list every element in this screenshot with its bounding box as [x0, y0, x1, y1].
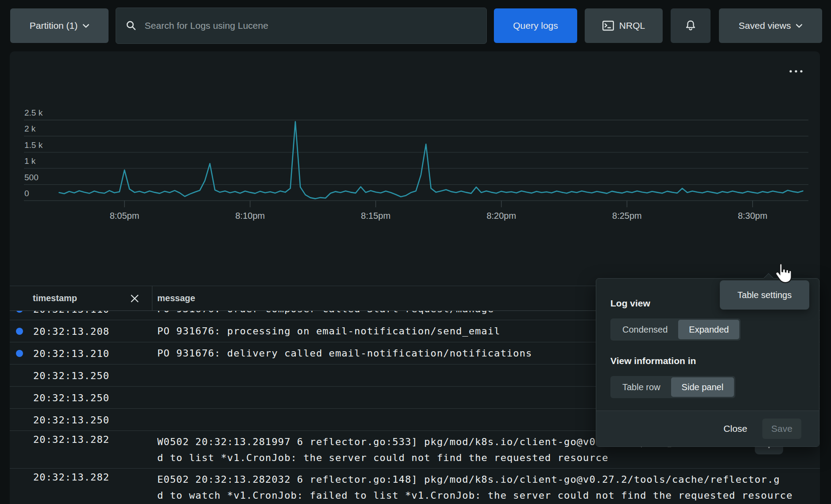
svg-text:2 k: 2 k	[24, 124, 36, 133]
chevron-down-icon	[796, 24, 802, 28]
row-timestamp: 20:32:13.250	[23, 415, 152, 426]
notifications-button[interactable]	[671, 8, 711, 43]
row-message: PO 931676: order composer called Start r…	[152, 311, 494, 317]
severity-dot-icon	[16, 311, 23, 313]
top-query-bar: Partition (1) Query logs NRQL Saved view…	[0, 0, 831, 51]
bell-icon	[684, 19, 697, 32]
chevron-down-icon	[83, 24, 89, 28]
row-message: PO 931676: processing on email-notificat…	[152, 323, 501, 339]
search-icon	[126, 20, 137, 31]
svg-text:8:10pm: 8:10pm	[235, 211, 265, 221]
svg-text:1 k: 1 k	[24, 156, 36, 166]
saved-views-dropdown[interactable]: Saved views	[719, 8, 822, 43]
row-timestamp: 20:32:13.250	[23, 392, 152, 403]
svg-text:8:15pm: 8:15pm	[361, 211, 391, 221]
close-button[interactable]: Close	[723, 423, 747, 434]
svg-text:8:05pm: 8:05pm	[110, 211, 140, 221]
table-row[interactable]: 20:32:13.282E0502 20:32:13.282032 6 refl…	[10, 469, 820, 504]
segment-option-side-panel[interactable]: Side panel	[671, 377, 734, 397]
close-icon	[131, 295, 139, 302]
table-settings-tooltip: Table settings	[720, 280, 809, 310]
row-severity-cell	[10, 328, 23, 335]
message-header-label: message	[157, 293, 195, 303]
tooltip-label: Table settings	[738, 290, 792, 300]
segment-option-expanded[interactable]: Expanded	[678, 320, 739, 339]
row-timestamp: 20:32:13.210	[23, 348, 152, 359]
logs-page: Partition (1) Query logs NRQL Saved view…	[0, 0, 831, 504]
row-message: E0502 20:32:13.282032 6 reflector.go:148…	[152, 472, 793, 504]
severity-dot-icon	[16, 328, 23, 335]
search-input[interactable]	[145, 20, 477, 31]
log-volume-chart[interactable]: 05001 k1.5 k2 k2.5 k8:05pm8:10pm8:15pm8:…	[10, 51, 820, 235]
remove-column-button[interactable]	[131, 295, 139, 302]
svg-text:8:30pm: 8:30pm	[738, 211, 768, 221]
chart-line-series	[59, 122, 803, 199]
row-timestamp: 20:32:13.208	[23, 326, 152, 337]
nrql-button[interactable]: NRQL	[585, 8, 663, 43]
column-header-message[interactable]: message	[152, 293, 195, 303]
svg-text:500: 500	[24, 173, 39, 182]
partition-label: Partition (1)	[30, 20, 78, 31]
timestamp-header-label: timestamp	[33, 293, 77, 303]
nrql-label: NRQL	[619, 20, 645, 31]
column-header-timestamp[interactable]: timestamp	[10, 286, 152, 310]
query-logs-label: Query logs	[513, 20, 558, 31]
segment-option-condensed[interactable]: Condensed	[612, 320, 678, 339]
row-severity-cell	[10, 350, 23, 357]
popover-footer: Close Save	[596, 411, 819, 446]
log-view-segmented-control: CondensedExpanded	[610, 318, 741, 341]
view-information-segmented-control: Table rowSide panel	[610, 376, 735, 398]
view-information-heading: View information in	[610, 356, 696, 366]
svg-text:8:20pm: 8:20pm	[486, 211, 516, 221]
svg-text:8:25pm: 8:25pm	[612, 211, 642, 221]
row-message: PO 931676: delivery called email-notific…	[152, 345, 532, 361]
row-timestamp: 20:32:13.110	[23, 311, 152, 315]
segment-option-table-row[interactable]: Table row	[612, 377, 671, 397]
row-timestamp: 20:32:13.250	[23, 370, 152, 381]
table-toolbar	[10, 237, 820, 273]
svg-text:2.5 k: 2.5 k	[24, 108, 43, 117]
saved-views-label: Saved views	[739, 20, 791, 31]
log-search-bar[interactable]	[116, 8, 487, 44]
log-view-heading: Log view	[610, 298, 650, 309]
query-logs-button[interactable]: Query logs	[494, 8, 577, 43]
row-severity-cell	[10, 311, 23, 313]
row-timestamp: 20:32:13.282	[23, 472, 152, 483]
partition-dropdown[interactable]: Partition (1)	[10, 8, 109, 43]
severity-dot-icon	[16, 350, 23, 357]
row-timestamp: 20:32:13.282	[23, 434, 152, 445]
terminal-icon	[602, 20, 614, 31]
svg-text:0: 0	[24, 189, 29, 198]
save-button[interactable]: Save	[762, 419, 801, 439]
svg-text:1.5 k: 1.5 k	[24, 140, 43, 150]
